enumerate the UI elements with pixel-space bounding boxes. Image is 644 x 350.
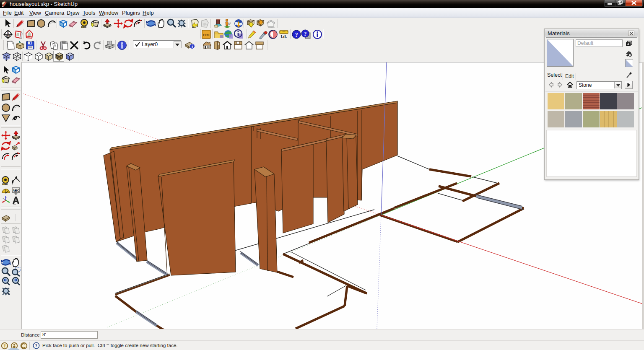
svg-text:?: ? [35,343,37,348]
